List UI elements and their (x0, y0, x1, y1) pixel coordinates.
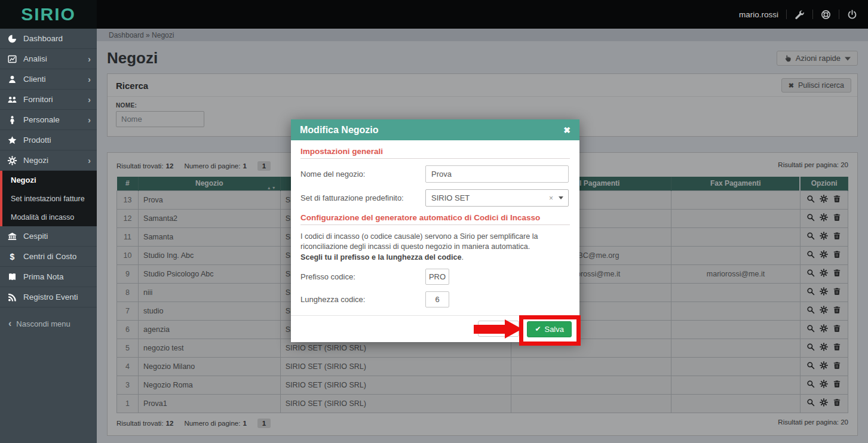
sidebar-item-prima-nota[interactable]: Prima Nota (0, 267, 97, 287)
sidebar-item-label: Personale (23, 115, 60, 124)
billing-set-select[interactable]: SIRIO SET × (425, 189, 569, 207)
submenu-item-modalit-di-incasso[interactable]: Modalità di incasso (2, 208, 97, 226)
divider (786, 10, 787, 19)
chevron-right-icon: › (88, 155, 91, 165)
topbar: SIRIO mario.rossi (0, 0, 868, 29)
power-icon[interactable] (847, 10, 857, 20)
divider (812, 10, 813, 19)
submenu-item-negozi[interactable]: Negozi (2, 171, 97, 189)
collapse-menu-button[interactable]: ‹ Nascondi menu (0, 313, 97, 334)
billing-set-row: Set di fatturazione predefinito: SIRIO S… (300, 189, 570, 207)
gear-icon (7, 156, 17, 165)
shop-name-row: Nome del negozio: (300, 165, 570, 183)
person-icon (7, 115, 17, 125)
chevron-left-icon: ‹ (8, 318, 11, 329)
divider (839, 10, 839, 19)
collapse-menu-label: Nascondi menu (16, 319, 70, 328)
code-length-label: Lunghezza codice: (300, 295, 425, 304)
sidebar-item-analisi[interactable]: Analisi› (0, 49, 97, 69)
modal-header: Modifica Negozio ✖ (291, 119, 579, 140)
select-caret-icon (559, 196, 563, 199)
star-icon (7, 136, 17, 145)
sidebar-submenu: NegoziSet intestazioni fattureModalità d… (0, 171, 97, 226)
chevron-right-icon: › (88, 94, 91, 104)
user-icon (7, 75, 17, 84)
sidebar-item-label: Cespiti (23, 232, 48, 241)
general-settings-legend: Impostazioni generali (300, 147, 570, 159)
shop-name-label: Nome del negozio: (300, 170, 425, 179)
sidebar-item-registro-eventi[interactable]: Registro Eventi (0, 287, 97, 307)
sidebar-item-label: Clienti (23, 75, 46, 84)
code-length-row: Lunghezza codice: (300, 291, 570, 307)
code-generator-description: I codici di incasso (o codice causale) s… (300, 232, 570, 263)
sidebar-item-negozi[interactable]: Negozi› (0, 150, 97, 171)
sidebar-item-label: Prima Nota (23, 272, 64, 281)
cancel-button[interactable]: Annulla (478, 321, 519, 337)
sidebar-item-centri-di-costo[interactable]: $Centri di Costo (0, 247, 97, 267)
chevron-right-icon: › (88, 54, 91, 64)
sidebar-item-cespiti[interactable]: Cespiti (0, 226, 97, 247)
select-clear-icon[interactable]: × (549, 194, 559, 202)
sidebar-item-label: Centri di Costo (23, 252, 76, 261)
book-icon (7, 272, 17, 282)
save-button[interactable]: ✔ Salva (527, 321, 572, 337)
billing-set-value: SIRIO SET (431, 193, 470, 202)
sidebar-main-items: DashboardAnalisi›Clienti›Fornitori›Perso… (0, 29, 97, 171)
code-length-input[interactable] (425, 291, 449, 307)
modal-footer: Annulla ✔ Salva (291, 315, 579, 342)
rss-icon (7, 293, 17, 302)
sidebar-item-prodotti[interactable]: Prodotti (0, 130, 97, 150)
dollar-icon: $ (7, 252, 17, 262)
brand-text: SIRIO (21, 4, 76, 24)
username[interactable]: mario.rossi (739, 10, 778, 19)
sidebar-item-label: Negozi (23, 156, 48, 165)
sidebar-item-label: Dashboard (23, 34, 63, 43)
gauge-icon (7, 34, 17, 44)
sidebar-item-dashboard[interactable]: Dashboard (0, 29, 97, 49)
users-icon (7, 95, 17, 104)
code-generator-legend: Configurazione del generatore automatico… (300, 213, 570, 225)
bank-icon (7, 232, 17, 241)
wrench-icon[interactable] (795, 10, 805, 20)
sidebar-item-personale[interactable]: Personale› (0, 110, 97, 130)
sidebar-item-label: Prodotti (23, 136, 51, 144)
chevron-right-icon: › (88, 74, 91, 84)
edit-shop-modal: Modifica Negozio ✖ Impostazioni generali… (291, 119, 579, 342)
save-label: Salva (544, 325, 564, 334)
topbar-right: mario.rossi (97, 0, 868, 29)
billing-set-label: Set di fatturazione predefinito: (300, 193, 425, 202)
sidebar-item-label: Registro Eventi (23, 293, 78, 302)
chevron-right-icon: › (88, 115, 91, 125)
modal-body: Impostazioni generali Nome del negozio: … (291, 140, 579, 315)
save-button-highlight-area: ✔ Salva (527, 321, 572, 337)
svg-text:$: $ (10, 252, 15, 262)
sidebar-item-clienti[interactable]: Clienti› (0, 69, 97, 90)
sidebar-lower-items: Cespiti$Centri di CostoPrima NotaRegistr… (0, 226, 97, 307)
sidebar-item-fornitori[interactable]: Fornitori› (0, 90, 97, 110)
submenu-item-set-intestazioni-fatture[interactable]: Set intestazioni fatture (2, 189, 97, 208)
sidebar-item-label: Analisi (23, 54, 47, 63)
modal-title: Modifica Negozio (300, 125, 379, 136)
code-prefix-input[interactable] (425, 269, 449, 285)
chart-icon (7, 54, 17, 64)
code-prefix-row: Prefisso codice: (300, 269, 570, 285)
check-icon: ✔ (535, 325, 541, 333)
close-icon[interactable]: ✖ (563, 125, 571, 135)
code-prefix-label: Prefisso codice: (300, 272, 425, 281)
sidebar: DashboardAnalisi›Clienti›Fornitori›Perso… (0, 29, 97, 443)
shop-name-input[interactable] (425, 165, 569, 183)
support-icon[interactable] (821, 10, 831, 20)
sidebar-item-label: Fornitori (23, 95, 53, 104)
app-logo[interactable]: SIRIO (0, 0, 97, 29)
